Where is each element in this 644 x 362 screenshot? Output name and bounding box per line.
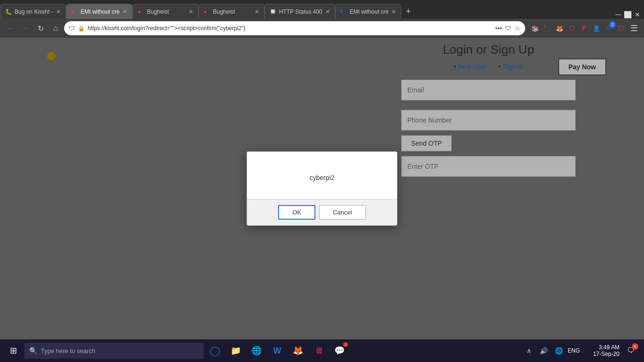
dialog-box: cyberpi2 OK Cancel — [247, 151, 397, 226]
taskbar-cortana[interactable]: ◯ — [206, 341, 224, 360]
tray-chevron[interactable]: ∧ — [522, 344, 536, 357]
browser-chrome: 🐛 Bug on Kissht - ✕ ● EMI without cre ✕ … — [0, 0, 644, 38]
tab4-label: Bugheist — [213, 8, 252, 15]
address-bar[interactable]: 🛡 🔒 https://kissht.com/login?redirect=""… — [64, 21, 525, 35]
dialog-message: cyberpi2 — [310, 174, 335, 181]
ext-icon-red1[interactable]: 🛡 — [567, 23, 577, 33]
ext-icon-f[interactable]: F — [579, 23, 589, 33]
taskbar-files[interactable]: 📁 — [226, 341, 245, 360]
language-indicator[interactable]: ENG — [568, 347, 580, 354]
tab-5[interactable]: 🔲 HTTP Status 400 ✕ — [264, 4, 335, 19]
search-icon: 🔍 — [29, 347, 37, 354]
new-tab-button[interactable]: + — [401, 4, 415, 19]
page-content: Login or Sign Up New User Sign In Send O… — [0, 38, 644, 339]
menu-dots-icon[interactable]: ••• — [495, 25, 502, 32]
search-placeholder: Type here to search — [41, 347, 95, 354]
tab1-close[interactable]: ✕ — [56, 8, 61, 15]
tab2-favicon: ● — [71, 8, 78, 15]
tab5-label: HTTP Status 400 — [279, 8, 322, 15]
dialog-ok-button[interactable]: OK — [278, 205, 315, 220]
minimize-button[interactable]: ─ — [616, 10, 621, 19]
notification-count: 5 — [632, 343, 638, 350]
clock-area[interactable]: 3:49 AM 17-Sep-20 — [582, 344, 619, 357]
shield-icon: 🛡 — [69, 25, 75, 32]
restore-button[interactable]: ⬜ — [624, 11, 632, 18]
tab4-close[interactable]: ✕ — [255, 8, 259, 15]
tab6-favicon: k — [340, 8, 347, 15]
tab6-label: EMI without cre — [350, 8, 389, 15]
taskbar: ⊞ 🔍 Type here to search ◯ 📁 🌐 W 🦊 🖥 💬 ∧ … — [0, 339, 644, 362]
dialog-content: cyberpi2 — [247, 152, 397, 199]
search-bar[interactable]: 🔍 Type here to search — [25, 343, 204, 359]
tab3-favicon: ● — [138, 8, 144, 15]
dialog-overlay: cyberpi2 OK Cancel — [0, 38, 644, 339]
tray-network[interactable]: 🌐 — [553, 344, 566, 357]
tab-bar: 🐛 Bug on Kissht - ✕ ● EMI without cre ✕ … — [0, 0, 644, 19]
tab3-label: Bugheist — [147, 8, 186, 15]
tab1-label: Bug on Kissht - — [15, 8, 53, 15]
notification-panel[interactable]: 🗨 5 — [621, 341, 640, 360]
tab-4[interactable]: ● Bugheist ✕ — [198, 4, 264, 19]
lock-icon: 🔒 — [78, 25, 85, 32]
tab3-close[interactable]: ✕ — [189, 8, 193, 15]
system-tray: ∧ 🔊 🌐 — [522, 344, 566, 357]
toolbar: ← → ↻ ⌂ 🛡 🔒 https://kissht.com/login?red… — [0, 19, 644, 38]
notification-badge: 2 — [609, 21, 616, 28]
tab4-favicon: ● — [204, 8, 210, 15]
tab-1[interactable]: 🐛 Bug on Kissht - ✕ — [0, 4, 66, 19]
taskbar-anydesk[interactable]: 🖥 — [309, 341, 328, 360]
taskbar-skype[interactable]: 💬 — [330, 341, 349, 360]
dialog-cancel-button[interactable]: Cancel — [319, 205, 365, 220]
tab1-favicon: 🐛 — [5, 8, 12, 15]
clock-time: 3:49 AM — [599, 344, 619, 351]
tab-3[interactable]: ● Bugheist ✕ — [132, 4, 198, 19]
ext-icon-firefox[interactable]: 🦊 — [554, 23, 565, 33]
tab5-favicon: 🔲 — [270, 8, 276, 15]
tab-2[interactable]: ● EMI without cre ✕ — [66, 4, 132, 19]
ext-icon-pocket[interactable]: ⬛ — [542, 23, 553, 33]
start-button[interactable]: ⊞ — [4, 341, 23, 360]
tray-volume[interactable]: 🔊 — [537, 344, 551, 357]
tab2-label: EMI without cre — [81, 8, 120, 15]
bookmark-icon[interactable]: 🛡 — [505, 25, 512, 32]
toolbar-actions: 📚 ⬛ 🦊 🛡 F 👤 🛡 2 🛡 ☰ — [530, 22, 640, 34]
url-text: https://kissht.com/login?redirect=""><sc… — [88, 25, 492, 32]
forward-button[interactable]: → — [19, 22, 32, 35]
reload-button[interactable]: ↻ — [34, 22, 47, 35]
ext-icon-red2[interactable]: 🛡 — [616, 23, 626, 33]
tab-6[interactable]: k EMI without cre ✕ — [335, 4, 402, 19]
close-button[interactable]: ✕ — [635, 11, 640, 18]
dialog-buttons: OK Cancel — [247, 199, 397, 225]
ext-icon-notification[interactable]: 🛡 2 — [603, 23, 614, 33]
taskbar-word[interactable]: W — [268, 341, 287, 360]
star-icon[interactable]: ☆ — [514, 25, 520, 32]
taskbar-edge[interactable]: 🌐 — [247, 341, 266, 360]
back-button[interactable]: ← — [4, 22, 17, 35]
ext-icon-account[interactable]: 👤 — [591, 23, 602, 33]
extensions-button[interactable]: ☰ — [628, 22, 640, 34]
tab5-close[interactable]: ✕ — [325, 8, 330, 15]
home-button[interactable]: ⌂ — [49, 22, 62, 35]
taskbar-firefox[interactable]: 🦊 — [289, 341, 307, 360]
ext-icon-library[interactable]: 📚 — [530, 23, 540, 33]
tab2-close[interactable]: ✕ — [123, 8, 127, 15]
clock-date: 17-Sep-20 — [593, 351, 619, 357]
tab6-close[interactable]: ✕ — [391, 8, 396, 15]
